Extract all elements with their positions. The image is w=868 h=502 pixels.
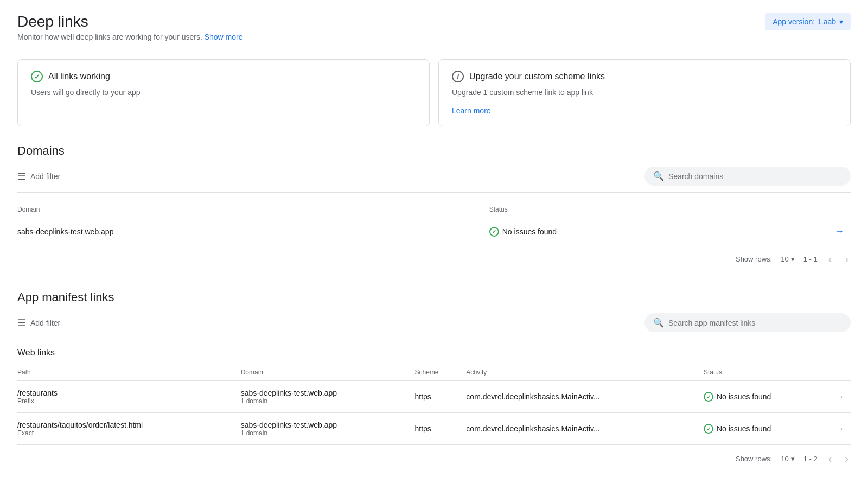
domains-filter-left[interactable]: ☰ Add filter <box>17 170 644 182</box>
row-scheme: https <box>414 413 466 445</box>
row-status: No issues found <box>704 381 829 413</box>
row-domain: sabs-deeplinks-test.web.app 1 domain <box>241 413 415 445</box>
domains-filter-row: ☰ Add filter 🔍 <box>17 167 851 193</box>
app-manifest-search-box: 🔍 <box>644 313 851 332</box>
info-circle-icon: i <box>452 71 464 82</box>
row-activity: com.devrel.deeplinksbasics.MainActiv... <box>466 413 704 445</box>
row-scheme: https <box>414 381 466 413</box>
app-version-button[interactable]: App version: 1.aab ▾ <box>765 13 851 30</box>
domains-section: Domains ☰ Add filter 🔍 Domain Status sab… <box>17 144 851 273</box>
status-ok-icon <box>489 227 499 237</box>
app-manifest-table: Path Domain Scheme Activity Status /rest… <box>17 364 851 445</box>
domains-table-row: sabs-deeplinks-test.web.app No issues fo… <box>17 218 851 245</box>
app-version-label: App version: 1.aab <box>773 17 836 26</box>
domains-filter-label: Add filter <box>30 172 60 181</box>
card-header: All links working <box>31 71 416 82</box>
domains-col-status: Status <box>489 201 829 218</box>
row-path: /restaurants/taquitos/order/latest.html … <box>17 413 241 445</box>
domains-next-btn[interactable]: › <box>843 252 851 266</box>
card-title: All links working <box>48 72 110 81</box>
app-manifest-search-input[interactable] <box>668 319 842 327</box>
page-subtitle: Monitor how well deep links are working … <box>17 33 851 41</box>
app-manifest-table-row: /restaurants Prefix sabs-deeplinks-test.… <box>17 381 851 413</box>
row-status: No issues found <box>704 413 829 445</box>
chevron-down-icon: ▾ <box>839 17 843 26</box>
app-manifest-table-row: /restaurants/taquitos/order/latest.html … <box>17 413 851 445</box>
app-manifest-section-title: App manifest links <box>17 290 851 304</box>
domains-rows-select[interactable]: 10 ▾ <box>781 255 794 263</box>
row-domain: sabs-deeplinks-test.web.app 1 domain <box>241 381 415 413</box>
page-title: Deep links <box>17 13 851 30</box>
manifest-next-btn[interactable]: › <box>843 452 851 466</box>
domains-table: Domain Status sabs-deeplinks-test.web.ap… <box>17 201 851 245</box>
web-links-title: Web links <box>17 348 851 358</box>
search-icon: 🔍 <box>653 317 664 328</box>
card-all-links-working: All links working Users will go directly… <box>17 59 430 126</box>
filter-icon: ☰ <box>17 317 26 329</box>
card-header: i Upgrade your custom scheme links <box>452 71 837 82</box>
domain-status: No issues found <box>489 218 829 245</box>
domains-search-input[interactable] <box>668 172 842 181</box>
col-domain: Domain <box>241 364 415 381</box>
manifest-row-arrow[interactable]: → <box>829 413 851 445</box>
status-ok-icon <box>704 424 713 434</box>
domains-section-title: Domains <box>17 144 851 158</box>
chevron-down-icon: ▾ <box>791 255 795 263</box>
row-path: /restaurants Prefix <box>17 381 241 413</box>
app-manifest-section: App manifest links ☰ Add filter 🔍 Web li… <box>17 290 851 473</box>
row-activity: com.devrel.deeplinksbasics.MainActiv... <box>466 381 704 413</box>
app-manifest-filter-row: ☰ Add filter 🔍 <box>17 313 851 339</box>
manifest-prev-btn[interactable]: ‹ <box>826 452 834 466</box>
check-circle-icon <box>31 71 43 82</box>
app-manifest-pagination: Show rows: 10 ▾ 1 - 2 ‹ › <box>17 445 851 473</box>
domain-row-arrow[interactable]: → <box>829 218 851 245</box>
col-path: Path <box>17 364 241 381</box>
learn-more-link[interactable]: Learn more <box>452 106 491 115</box>
header-divider <box>17 50 851 50</box>
status-ok-icon <box>704 392 713 402</box>
manifest-row-arrow[interactable]: → <box>829 381 851 413</box>
cards-row: All links working Users will go directly… <box>17 59 851 126</box>
filter-icon: ☰ <box>17 170 26 182</box>
domains-pagination: Show rows: 10 ▾ 1 - 1 ‹ › <box>17 245 851 273</box>
card-upgrade-custom-scheme: i Upgrade your custom scheme links Upgra… <box>438 59 851 126</box>
domain-name: sabs-deeplinks-test.web.app <box>17 218 489 245</box>
col-status: Status <box>704 364 829 381</box>
card-title: Upgrade your custom scheme links <box>469 72 605 81</box>
app-manifest-filter-left[interactable]: ☰ Add filter <box>17 317 644 329</box>
chevron-down-icon: ▾ <box>791 455 795 463</box>
domains-search-box: 🔍 <box>644 167 851 186</box>
show-more-link[interactable]: Show more <box>205 33 243 41</box>
domains-col-domain: Domain <box>17 201 489 218</box>
manifest-rows-select[interactable]: 10 ▾ <box>781 455 794 463</box>
app-manifest-filter-label: Add filter <box>30 319 60 327</box>
col-activity: Activity <box>466 364 704 381</box>
col-scheme: Scheme <box>414 364 466 381</box>
card-body: Users will go directly to your app <box>31 88 416 97</box>
search-icon: 🔍 <box>653 171 664 181</box>
page-header: Deep links Monitor how well deep links a… <box>17 13 851 41</box>
card-body: Upgrade 1 custom scheme link to app link <box>452 88 837 97</box>
domains-prev-btn[interactable]: ‹ <box>826 252 834 266</box>
